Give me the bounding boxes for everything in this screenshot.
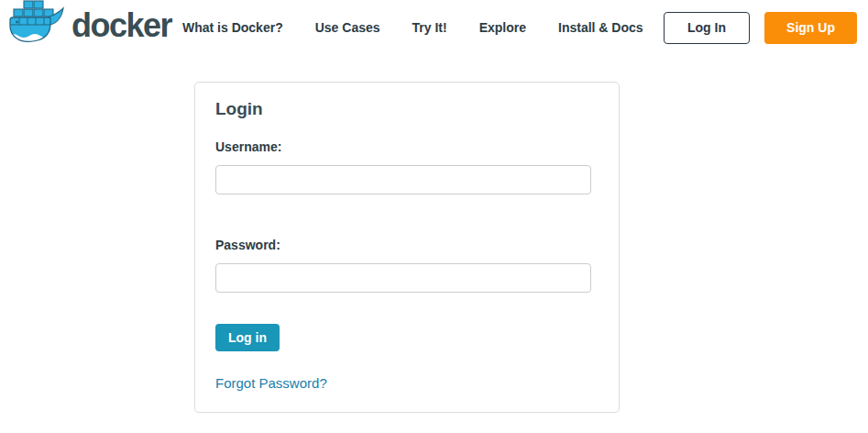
nav-item-explore[interactable]: Explore [479, 20, 526, 35]
nav-item-install-docs[interactable]: Install & Docs [558, 20, 643, 35]
nav-item-what-is-docker[interactable]: What is Docker? [182, 20, 283, 35]
login-submit-button[interactable]: Log in [215, 324, 280, 351]
username-input[interactable] [215, 165, 591, 194]
docker-wordmark: docker [71, 9, 171, 42]
nav-signup-button[interactable]: Sign Up [764, 12, 857, 44]
nav-actions: Log In Sign Up [664, 12, 857, 44]
login-card: Login Username: Password: Log in Forgot … [194, 82, 620, 413]
password-input[interactable] [215, 263, 591, 293]
nav-item-use-cases[interactable]: Use Cases [315, 20, 380, 35]
forgot-password-link[interactable]: Forgot Password? [215, 375, 327, 391]
nav-item-try-it[interactable]: Try It! [412, 20, 447, 35]
nav-login-button[interactable]: Log In [664, 12, 750, 44]
login-title: Login [215, 100, 599, 117]
username-label: Username: [215, 139, 599, 154]
docker-whale-icon [7, 0, 68, 55]
main-nav: What is Docker? Use Cases Try It! Explor… [182, 20, 643, 35]
password-label: Password: [215, 238, 599, 252]
top-navbar: docker What is Docker? Use Cases Try It!… [0, 0, 868, 55]
docker-logo[interactable]: docker [7, 0, 154, 55]
